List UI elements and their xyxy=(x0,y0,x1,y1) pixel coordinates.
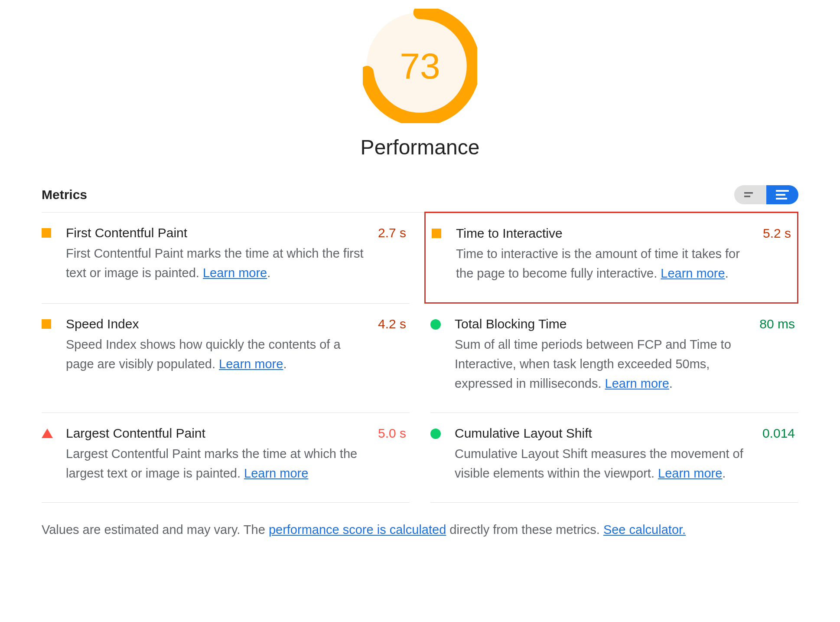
metric-status xyxy=(430,426,455,483)
metric-status xyxy=(42,226,66,284)
metric-body: Speed IndexSpeed Index shows how quickly… xyxy=(66,317,378,393)
footnote-link-calculation[interactable]: performance score is calculated xyxy=(269,523,446,537)
metric-value: 80 ms xyxy=(759,317,795,393)
metric-desc-suffix: . xyxy=(283,357,287,371)
svg-rect-6 xyxy=(776,198,787,200)
metric-desc-suffix: . xyxy=(722,466,726,480)
metric-value: 4.2 s xyxy=(378,317,406,393)
view-toggle-compact[interactable] xyxy=(734,185,766,204)
metric-desc-suffix: . xyxy=(669,376,673,390)
metric-description: First Contentful Paint marks the time at… xyxy=(66,244,369,283)
metric-body: Time to InteractiveTime to interactive i… xyxy=(456,226,763,283)
compact-lines-icon xyxy=(744,191,756,199)
performance-score: 73 xyxy=(363,9,477,123)
metric-title: Time to Interactive xyxy=(456,226,754,241)
performance-gauge: 73 xyxy=(363,9,477,123)
learn-more-link[interactable]: Learn more xyxy=(658,466,722,480)
metric-lcp: Largest Contentful PaintLargest Contentf… xyxy=(42,413,410,503)
metric-fcp: First Contentful PaintFirst Contentful P… xyxy=(42,213,410,304)
metric-body: Largest Contentful PaintLargest Contentf… xyxy=(66,426,378,483)
metric-description: Largest Contentful Paint marks the time … xyxy=(66,444,369,483)
metric-value: 5.2 s xyxy=(763,226,791,283)
view-toggle-expanded[interactable] xyxy=(766,185,798,204)
metric-status xyxy=(42,317,66,393)
expanded-lines-icon xyxy=(776,190,789,200)
footnote-link-calculator[interactable]: See calculator. xyxy=(603,523,686,537)
status-average-icon xyxy=(432,229,441,238)
metric-value: 0.014 xyxy=(762,426,795,483)
gauge-label: Performance xyxy=(42,135,798,159)
learn-more-link[interactable]: Learn more xyxy=(661,266,725,280)
metric-desc-text: Speed Index shows how quickly the conten… xyxy=(66,337,341,371)
svg-rect-3 xyxy=(744,196,750,197)
metric-title: First Contentful Paint xyxy=(66,226,369,240)
metric-description: Cumulative Layout Shift measures the mov… xyxy=(455,444,754,483)
performance-gauge-section: 73 Performance xyxy=(42,0,798,159)
metric-description: Speed Index shows how quickly the conten… xyxy=(66,335,369,374)
status-average-icon xyxy=(42,228,51,238)
learn-more-link[interactable]: Learn more xyxy=(244,466,308,480)
metric-description: Sum of all time periods between FCP and … xyxy=(455,335,751,393)
status-fail-icon xyxy=(42,429,53,438)
status-average-icon xyxy=(42,319,51,329)
metric-desc-text: Sum of all time periods between FCP and … xyxy=(455,337,731,390)
status-pass-icon xyxy=(430,429,441,439)
metric-body: Cumulative Layout ShiftCumulative Layout… xyxy=(455,426,762,483)
metric-title: Cumulative Layout Shift xyxy=(455,426,754,441)
status-pass-icon xyxy=(430,319,441,330)
learn-more-link[interactable]: Learn more xyxy=(605,376,669,390)
metric-desc-suffix: . xyxy=(267,266,270,280)
metric-desc-text: Largest Contentful Paint marks the time … xyxy=(66,447,357,480)
svg-rect-2 xyxy=(744,192,753,194)
footnote: Values are estimated and may vary. The p… xyxy=(42,523,798,537)
footnote-text: Values are estimated and may vary. The xyxy=(42,523,269,537)
learn-more-link[interactable]: Learn more xyxy=(219,357,283,371)
metric-value: 5.0 s xyxy=(378,426,406,483)
view-toggle xyxy=(734,185,798,204)
svg-rect-4 xyxy=(776,190,789,192)
learn-more-link[interactable]: Learn more xyxy=(203,266,267,280)
metric-value: 2.7 s xyxy=(378,226,406,284)
metric-si: Speed IndexSpeed Index shows how quickly… xyxy=(42,304,410,413)
metric-status xyxy=(432,226,456,283)
metric-status xyxy=(430,317,455,393)
metric-title: Speed Index xyxy=(66,317,369,331)
metric-status xyxy=(42,426,66,483)
svg-rect-5 xyxy=(776,194,785,196)
metric-description: Time to interactive is the amount of tim… xyxy=(456,244,754,283)
metric-body: Total Blocking TimeSum of all time perio… xyxy=(455,317,759,393)
metric-tti: Time to InteractiveTime to interactive i… xyxy=(424,212,798,304)
footnote-text-2: directly from these metrics. xyxy=(446,523,603,537)
metric-tbt: Total Blocking TimeSum of all time perio… xyxy=(430,304,798,413)
metrics-heading: Metrics xyxy=(42,187,87,202)
metric-cls: Cumulative Layout ShiftCumulative Layout… xyxy=(430,413,798,503)
metric-title: Largest Contentful Paint xyxy=(66,426,369,441)
metric-body: First Contentful PaintFirst Contentful P… xyxy=(66,226,378,284)
metric-title: Total Blocking Time xyxy=(455,317,751,331)
metric-desc-suffix: . xyxy=(725,266,729,280)
